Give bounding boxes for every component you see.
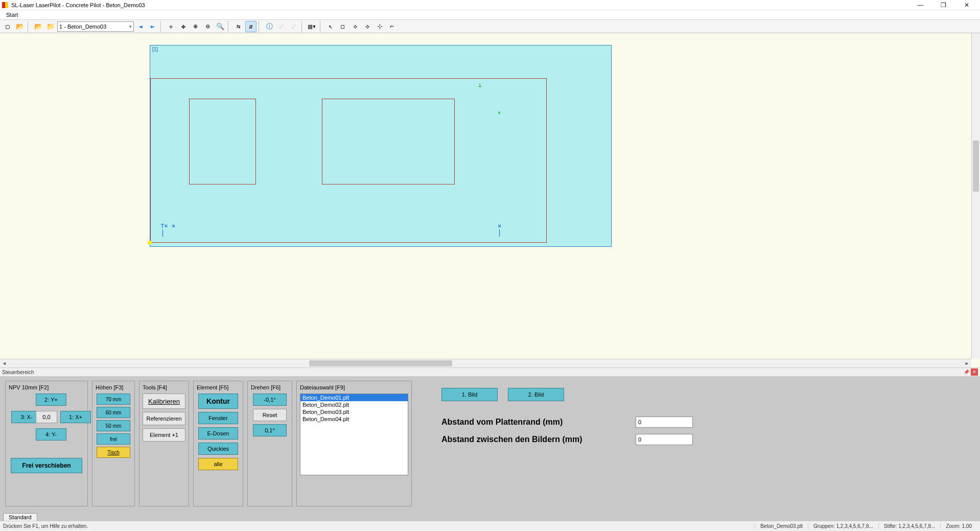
flip-h-icon[interactable]: ⇆ — [233, 21, 244, 32]
drawing-bounds: [1] ⊥ × ⊤× × │ × │ — [150, 45, 612, 247]
marker-bl1: ⊤× — [160, 222, 168, 229]
group-drehen: Drehen [F6] -0,1° Reset 0,1° — [247, 381, 292, 506]
horizontal-scroll-thumb[interactable] — [309, 360, 452, 366]
panel-pin-icon[interactable]: 📌 — [963, 368, 970, 376]
open2-icon[interactable]: 📂 — [33, 21, 44, 32]
status-stifte: Stifte: 1,2,3,4,5,6,7,8... — [878, 523, 941, 529]
title-bar: SL-Laser LaserPilot - Concrete Pilot - B… — [0, 0, 980, 10]
vertical-scroll-thumb[interactable] — [973, 141, 979, 192]
hohen-60-button[interactable]: 60 mm — [97, 407, 130, 418]
scroll-left-icon[interactable]: ◄ — [0, 359, 9, 367]
quickies-button[interactable]: Quickies — [198, 443, 238, 455]
npv-xplus-button[interactable]: 1: X+ — [60, 411, 91, 423]
drehen-minus-button[interactable]: -0,1° — [253, 394, 287, 406]
tab-standard[interactable]: Standard — [3, 513, 37, 521]
abstand-bilder-label: Abstand zwischen den Bildern (mm) — [441, 435, 625, 444]
elementplus-button[interactable]: Element +1 — [143, 428, 185, 442]
close-button[interactable]: ✕ — [955, 0, 978, 10]
select-rect-icon[interactable]: ◻ — [337, 21, 348, 32]
maximize-button[interactable]: ❐ — [932, 0, 955, 10]
marker-top-right: ⊥ — [478, 82, 482, 88]
file-listbox[interactable]: Beton_Demo01.plt Beton_Demo02.plt Beton_… — [300, 394, 408, 475]
window-controls: — ❐ ✕ — [909, 0, 978, 10]
group-dateiauswahl: Dateiauswahl [F9] Beton_Demo01.plt Beton… — [296, 381, 412, 506]
open-file-icon[interactable]: 📂 — [14, 21, 26, 32]
hohen-50-button[interactable]: 50 mm — [97, 420, 130, 431]
main-toolbar: ▢ 📂 📂 📁 1 - Beton_Demo03 ▾ ◄ ► ✛ ✥ ⊕ ⊖ 🔍… — [0, 20, 980, 33]
window-rect-1 — [189, 99, 256, 184]
group-npv: NPV 10mm [F2] 2: Y+ 3: X- 0,0 1: X+ 4: Y… — [5, 381, 88, 506]
list-item[interactable]: Beton_Demo02.plt — [300, 401, 408, 408]
scroll-right-icon[interactable]: ► — [963, 359, 971, 367]
tab-row: Standard — [0, 511, 980, 521]
marker-bl3: │ — [161, 229, 165, 237]
add-icon[interactable]: ☄ — [288, 21, 299, 32]
canvas[interactable]: [1] ⊥ × ⊤× × │ × │ — [0, 33, 980, 367]
marker-br2: │ — [498, 229, 501, 237]
minimize-button[interactable]: — — [909, 0, 932, 10]
tool1-icon[interactable]: ⟡ — [349, 21, 361, 32]
tool2-icon[interactable]: ⟡ — [362, 21, 373, 32]
zoom-out-icon[interactable]: ⊖ — [202, 21, 214, 32]
menu-bar: Start — [0, 10, 980, 20]
crosshair-icon[interactable]: ✛ — [166, 21, 177, 32]
npv-yplus-button[interactable]: 2: Y+ — [36, 394, 66, 406]
npv-title: NPV 10mm [F2] — [9, 384, 84, 390]
cursor-icon[interactable]: ↖ — [325, 21, 336, 32]
origin-marker — [148, 241, 152, 245]
tool4-icon[interactable]: ⌐ — [386, 21, 398, 32]
element-title: Element [F5] — [197, 384, 240, 390]
abstand-bilder-input[interactable] — [636, 434, 693, 445]
horizontal-scrollbar[interactable]: ◄ ► — [0, 359, 971, 367]
tool3-icon[interactable]: ⊹ — [374, 21, 385, 32]
control-panel: NPV 10mm [F2] 2: Y+ 3: X- 0,0 1: X+ 4: Y… — [0, 377, 980, 511]
zoom-icon[interactable]: 🔍 — [215, 21, 226, 32]
abstand-rand-input[interactable] — [636, 417, 693, 428]
datei-title: Dateiauswahl [F9] — [300, 384, 408, 390]
npv-free-button[interactable]: Frei verschieben — [11, 458, 82, 473]
file-dropdown[interactable]: 1 - Beton_Demo03 ▾ — [57, 21, 134, 32]
status-help: Drücken Sie F1, um Hilfe zu erhalten. — [3, 523, 93, 529]
flip-v-icon[interactable]: ⇵ — [245, 21, 256, 32]
prev-icon[interactable]: ◄ — [135, 21, 146, 32]
list-item[interactable]: Beton_Demo01.plt — [300, 394, 408, 401]
list-item[interactable]: Beton_Demo04.plt — [300, 415, 408, 423]
panel-close-icon[interactable]: ✕ — [971, 368, 978, 376]
list-item[interactable]: Beton_Demo03.plt — [300, 408, 408, 415]
hohen-70-button[interactable]: 70 mm — [97, 394, 130, 405]
npv-yminus-button[interactable]: 4: Y- — [36, 428, 66, 441]
drehen-reset-button[interactable]: Reset — [253, 409, 287, 421]
edosen-button[interactable]: E-Dosen — [198, 427, 238, 440]
hohen-tisch-button[interactable]: Tisch — [97, 447, 130, 458]
npv-center-button[interactable]: 0,0 — [36, 411, 57, 423]
next-icon[interactable]: ► — [147, 21, 158, 32]
move-icon[interactable]: ✥ — [178, 21, 189, 32]
subtract-icon[interactable]: ☄ — [276, 21, 287, 32]
referenzieren-button[interactable]: Referenzieren — [143, 412, 185, 425]
marker-point: × — [498, 110, 501, 116]
kalibrieren-button[interactable]: Kalibrieren — [143, 394, 185, 409]
hohen-title: Höhen [F3] — [96, 384, 131, 390]
bild2-button[interactable]: 2. Bild — [508, 388, 564, 401]
status-zoom: Zoom: 1.00 — [940, 523, 977, 529]
alle-button[interactable]: alle — [198, 458, 238, 470]
kontur-button[interactable]: Kontur — [198, 394, 238, 409]
info-icon[interactable]: ⓘ — [264, 21, 275, 32]
control-panel-title: Steuerbereich — [2, 370, 34, 375]
vertical-scrollbar[interactable] — [971, 33, 980, 359]
fenster-button[interactable]: Fenster — [198, 412, 238, 424]
status-bar: Drücken Sie F1, um Hilfe zu erhalten. Be… — [0, 521, 980, 531]
layers-icon[interactable]: ▤▾ — [307, 21, 318, 32]
drehen-title: Drehen [F6] — [251, 384, 289, 390]
chevron-down-icon: ▾ — [129, 24, 132, 29]
bild1-button[interactable]: 1. Bild — [441, 388, 498, 401]
drehen-plus-button[interactable]: 0,1° — [253, 424, 287, 436]
folder-icon[interactable]: 📁 — [45, 21, 56, 32]
zoom-in-icon[interactable]: ⊕ — [190, 21, 201, 32]
new-file-icon[interactable]: ▢ — [2, 21, 13, 32]
hohen-frei-button[interactable]: frei — [97, 433, 130, 445]
status-file: Beton_Demo03.plt — [755, 523, 808, 529]
menu-start[interactable]: Start — [3, 11, 21, 19]
app-icon — [2, 2, 8, 8]
marker-bl2: × — [172, 222, 175, 229]
